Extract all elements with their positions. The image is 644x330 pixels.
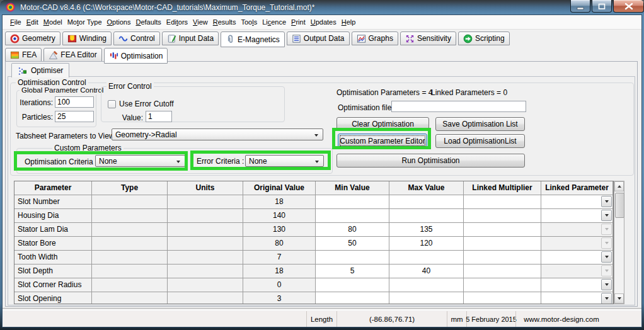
menu-item-view[interactable]: View: [190, 18, 210, 26]
tabsheet-parameters-dropdown[interactable]: Geometry->Radial: [112, 128, 323, 140]
cell-max: [389, 209, 464, 223]
cell-multiplier: [464, 278, 541, 292]
cell-type: [92, 265, 168, 278]
use-error-cutoff-checkbox[interactable]: [108, 100, 116, 108]
custom-parameter-editor-button[interactable]: Custom Parameter Editor: [338, 134, 427, 148]
table-scrollbar[interactable]: [614, 181, 624, 304]
cell-min: 80: [316, 223, 389, 237]
scrollbar-thumb[interactable]: [615, 193, 624, 218]
iterations-input[interactable]: [55, 96, 94, 108]
linked-parameter-dropdown[interactable]: [601, 251, 612, 263]
optimisation-parameters-count: Optimisation Parameters = 4: [336, 88, 432, 97]
tab-scripting[interactable]: Scripting: [458, 31, 510, 45]
clear-optimisation-button[interactable]: Clear Optimisation: [336, 117, 429, 131]
scripting-icon: [463, 34, 473, 43]
cell-original: 140: [243, 209, 316, 223]
menu-item-tools[interactable]: Tools: [238, 18, 260, 26]
error-value-input[interactable]: [146, 111, 172, 122]
cell-type: [92, 251, 168, 265]
scrollbar-up-button[interactable]: [614, 181, 624, 191]
output-data-icon: [292, 34, 301, 43]
cell-parameter: Housing Dia: [14, 209, 92, 223]
column-header-linked-multiplier: Linked Multiplier: [464, 181, 541, 195]
linked-parameter-dropdown[interactable]: [601, 210, 612, 221]
tab-geometry[interactable]: Geometry: [5, 31, 60, 45]
status-coordinates: (-86.86,76.71): [336, 311, 447, 327]
run-optimisation-button[interactable]: Run Optimisation: [336, 154, 525, 168]
menu-item-model[interactable]: Model: [41, 18, 65, 26]
sensitivity-icon: [405, 34, 415, 43]
linked-parameter-dropdown[interactable]: [601, 279, 612, 290]
cell-original: 18: [243, 195, 316, 209]
menu-item-options[interactable]: Options: [105, 18, 134, 26]
tabsheet-parameters-value: Geometry->Radial: [115, 130, 177, 139]
tab-graphs[interactable]: Graphs: [352, 31, 398, 45]
optimisation-criteria-dropdown[interactable]: None: [95, 155, 185, 167]
tab-optimisation[interactable]: Optimisation: [104, 48, 168, 64]
particles-input[interactable]: [55, 111, 94, 122]
column-header-units: Units: [168, 181, 243, 195]
tab-fea-editor[interactable]: FEA Editor: [43, 48, 101, 62]
status-length: Length: [306, 311, 336, 327]
cell-multiplier: [464, 195, 541, 209]
tab-fea[interactable]: FEA: [5, 48, 42, 62]
optimiser-icon: [18, 66, 27, 76]
tab-label: Optimisation: [121, 52, 163, 60]
tab-label: Input Data: [179, 34, 214, 43]
iterations-label: Iterations:: [17, 98, 53, 107]
optimisation-file-input[interactable]: [391, 101, 526, 112]
menu-item-defaults[interactable]: Defaults: [133, 18, 163, 26]
cell-max: 40: [389, 265, 464, 278]
geometry-icon: [10, 34, 20, 43]
error-criteria-label: Error Criteria :: [197, 157, 244, 166]
app-icon: [6, 3, 15, 12]
save-optimisation-list-button[interactable]: Save Optimisation List: [435, 117, 525, 131]
menu-item-file[interactable]: File: [8, 18, 24, 26]
cell-units: [168, 265, 243, 278]
cell-multiplier: [464, 251, 541, 265]
tab-winding[interactable]: Winding: [62, 31, 112, 45]
cell-type: [92, 223, 168, 237]
maximize-button[interactable]: [592, 0, 612, 13]
cell-max: 135: [389, 223, 464, 237]
cell-max: [389, 195, 464, 209]
scrollbar-down-button[interactable]: [614, 293, 624, 304]
custom-parameters-group: Custom Parameters Optimisation Criteria …: [16, 148, 333, 174]
menu-item-editors[interactable]: Editors: [164, 18, 190, 26]
close-button[interactable]: [613, 0, 644, 13]
title-bar: Motor-CAD v8.4.6 (C:\Workspace\Motor-CAD…: [0, 0, 644, 15]
cell-min: [316, 278, 389, 292]
chevron-down-icon: [605, 297, 609, 300]
cell-original: 3: [243, 292, 316, 304]
linked-parameter-cell: [541, 223, 613, 237]
cell-type: [92, 195, 168, 209]
menu-item-edit[interactable]: Edit: [24, 18, 41, 26]
tab-input-data[interactable]: Input Data: [162, 31, 219, 45]
linked-parameter-dropdown[interactable]: [601, 196, 612, 207]
menu-item-results[interactable]: Results: [210, 18, 239, 26]
menu-item-print[interactable]: Print: [289, 18, 308, 26]
cell-type: [92, 209, 168, 223]
tab-control[interactable]: Control: [113, 31, 160, 45]
cell-multiplier: [464, 292, 541, 304]
error-criteria-dropdown[interactable]: None: [245, 155, 324, 167]
minimize-button[interactable]: [570, 0, 590, 13]
motor-cad-window: Motor-CAD v8.4.6 (C:\Workspace\Motor-CAD…: [0, 0, 644, 330]
tab-label: Winding: [79, 34, 106, 43]
menu-item-motor-type[interactable]: Motor Type: [65, 18, 105, 26]
cell-parameter: Tooth Width: [14, 251, 92, 265]
menu-item-updates[interactable]: Updates: [308, 18, 339, 26]
status-units: mm: [447, 311, 466, 327]
tab-optimiser[interactable]: Optimiser: [11, 63, 69, 77]
tab-e-magnetics[interactable]: E-Magnetics: [221, 31, 285, 47]
chevron-down-icon: [605, 242, 609, 244]
menu-item-help[interactable]: Help: [339, 18, 359, 26]
menu-item-licence[interactable]: Licence: [260, 18, 289, 26]
linked-parameter-dropdown[interactable]: [601, 293, 612, 304]
load-optimisation-list-button[interactable]: Load OptimisationList: [435, 134, 525, 148]
tab-sensitivity[interactable]: Sensitivity: [400, 31, 456, 45]
linked-parameter-cell: [541, 237, 613, 251]
cell-original: 130: [243, 223, 316, 237]
cell-original: 18: [243, 265, 316, 278]
tab-output-data[interactable]: Output Data: [287, 31, 350, 45]
